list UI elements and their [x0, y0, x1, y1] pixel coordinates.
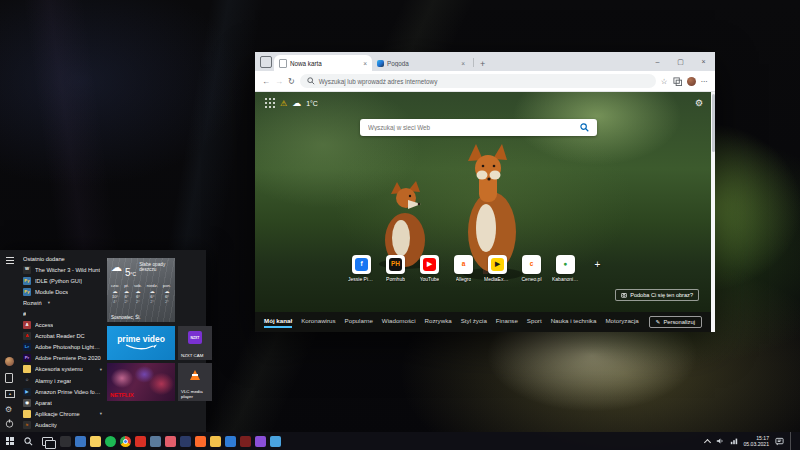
- page-settings-icon[interactable]: ⚙: [695, 98, 703, 108]
- apps-grid-icon[interactable]: [265, 98, 275, 108]
- taskbar-app-app-navy[interactable]: [180, 436, 191, 447]
- feed-tab[interactable]: Finanse: [496, 317, 518, 328]
- quick-link[interactable]: ▶ MediaExpert: [485, 255, 510, 282]
- volume-icon[interactable]: [716, 437, 724, 445]
- tile-vlc[interactable]: VLC media player: [178, 363, 212, 401]
- start-menu-item[interactable]: Py IDLE (Python GUI) ▾: [23, 275, 107, 286]
- tile-label: NZXT CAM: [181, 353, 203, 358]
- tab-close-icon[interactable]: ×: [363, 60, 367, 67]
- tile-weather[interactable]: ☁ 5°C Słabe opady deszczu czw. ☁ 10° 4° …: [107, 258, 175, 322]
- user-avatar-icon[interactable]: [5, 357, 14, 366]
- window-controls: – ▢ ×: [646, 52, 715, 71]
- hamburger-icon[interactable]: [6, 257, 14, 258]
- feed-tab[interactable]: Popularne: [345, 317, 373, 328]
- start-menu-item[interactable]: W The Witcher 3 - Wild Hunt ▾: [23, 264, 107, 275]
- taskbar-app-app-red[interactable]: [135, 436, 146, 447]
- feed-tab[interactable]: Sport: [527, 317, 542, 328]
- close-button[interactable]: ×: [692, 52, 715, 71]
- start-menu-item[interactable]: ◉ Aparat ▾: [23, 397, 107, 408]
- scrollbar[interactable]: [711, 92, 715, 332]
- taskbar-app-chrome[interactable]: [120, 436, 131, 447]
- taskbar-app-app-steel[interactable]: [150, 436, 161, 447]
- start-menu-item[interactable]: ○ Alarmy i zegar ▾: [23, 375, 107, 386]
- quick-link[interactable]: f Jessie Pinkman: [349, 255, 374, 282]
- vertical-tabs-icon[interactable]: [260, 56, 272, 68]
- tile-nzxt-cam[interactable]: NZXT NZXT CAM: [178, 326, 212, 360]
- network-icon[interactable]: [730, 437, 738, 445]
- tile-prime-video[interactable]: prime video: [107, 326, 175, 360]
- more-menu-icon[interactable]: ⋯: [701, 77, 709, 86]
- taskbar-clock[interactable]: 15:17 05.03.2021: [744, 435, 770, 447]
- settings-icon[interactable]: ⚙: [5, 406, 12, 414]
- web-search-box[interactable]: Wyszukaj w sieci Web: [360, 119, 597, 136]
- taskbar-app-app-blue[interactable]: [75, 436, 86, 447]
- feed-tab[interactable]: Styl życia: [461, 317, 487, 328]
- forecast-day: pon. ☁ 6° 2°: [163, 284, 171, 305]
- minimize-button[interactable]: –: [646, 52, 669, 71]
- feed-tab[interactable]: Wiadomości: [382, 317, 416, 328]
- taskbar-app-app-maroon[interactable]: [240, 436, 251, 447]
- back-icon[interactable]: ←: [262, 77, 270, 86]
- tray-expand-icon[interactable]: [703, 438, 710, 445]
- scrollbar-thumb[interactable]: [712, 94, 715, 152]
- start-menu-item[interactable]: Py Module Docs ▾: [23, 286, 107, 297]
- favorites-icon[interactable]: ☆: [661, 77, 668, 86]
- address-bar[interactable]: Wyszukaj lub wprowadź adres internetowy: [300, 74, 656, 88]
- start-menu-item[interactable]: # ▾: [23, 308, 107, 319]
- feed-tab[interactable]: Motoryzacja: [605, 317, 638, 328]
- profile-avatar[interactable]: [687, 77, 696, 86]
- power-icon[interactable]: [5, 419, 14, 428]
- action-center-icon[interactable]: [775, 437, 784, 446]
- tab-pogoda[interactable]: Pogoda ×: [372, 55, 470, 71]
- quick-link[interactable]: ▶ YouTube: [417, 255, 442, 282]
- feed-tab[interactable]: Mój kanał: [264, 317, 292, 328]
- start-menu-item[interactable]: Rozwiń ▾: [23, 297, 107, 308]
- personalize-button[interactable]: ✎ Personalizuj: [649, 316, 702, 328]
- start-menu-item[interactable]: Akcesoria systemu ▾: [23, 364, 107, 375]
- documents-icon[interactable]: [5, 373, 13, 383]
- quick-link[interactable]: a Allegro: [451, 255, 476, 282]
- tab-nowa-karta[interactable]: Nowa karta ×: [274, 55, 372, 71]
- collections-icon[interactable]: [673, 77, 682, 86]
- maximize-button[interactable]: ▢: [669, 52, 692, 71]
- start-menu-item[interactable]: Ostatnio dodane ▾: [23, 253, 107, 264]
- feed-tab[interactable]: Rozrywka: [425, 317, 452, 328]
- tab-close-icon[interactable]: ×: [461, 60, 465, 67]
- taskbar-app-spotify[interactable]: [105, 436, 116, 447]
- start-menu-item[interactable]: Aplikacje Chrome ▾: [23, 408, 107, 419]
- start-button[interactable]: [0, 432, 19, 450]
- start-menu-item[interactable]: Lr Adobe Photoshop Lightroom 3.7.1 64...…: [23, 342, 107, 353]
- quick-link[interactable]: c Ceneo.pl: [519, 255, 544, 282]
- start-menu-item[interactable]: ▶ Amazon Prime Video for Windows ▾: [23, 386, 107, 397]
- search-icon[interactable]: [580, 123, 589, 132]
- taskbar-app-app-azure[interactable]: [270, 436, 281, 447]
- taskbar-app-opera-orange[interactable]: [195, 436, 206, 447]
- start-menu-item[interactable]: ≈ Audacity ▾: [23, 419, 107, 430]
- start-menu-item[interactable]: Pr Adobe Premiere Pro 2020 ▾: [23, 353, 107, 364]
- app-label: Aplikacje Chrome: [35, 411, 80, 417]
- add-site-icon[interactable]: +: [588, 255, 607, 274]
- feed-tab[interactable]: Koronawirus: [301, 317, 335, 328]
- weather-chip[interactable]: ⚠ ☁ 1°C: [265, 98, 318, 108]
- taskbar-app-file-explorer[interactable]: [90, 436, 101, 447]
- feed-tab[interactable]: Nauka i technika: [551, 317, 597, 328]
- start-menu-item[interactable]: A Access ▾: [23, 320, 107, 331]
- task-view-button[interactable]: [38, 432, 57, 450]
- task-view-icon: [42, 437, 53, 446]
- show-desktop-button[interactable]: [790, 432, 795, 450]
- tile-netflix[interactable]: NETFLIX: [107, 363, 175, 401]
- refresh-icon[interactable]: ↻: [288, 77, 295, 86]
- taskbar-app-video-app[interactable]: [210, 436, 221, 447]
- taskbar-app-terminal[interactable]: [60, 436, 71, 447]
- taskbar-app-photos-pink[interactable]: [165, 436, 176, 447]
- quick-link[interactable]: ● Kabanonie.pl: [553, 255, 578, 282]
- image-feedback-link[interactable]: Podoba Ci się ten obraz?: [615, 289, 699, 301]
- start-menu-item[interactable]: A Acrobat Reader DC ▾: [23, 331, 107, 342]
- quick-link[interactable]: PH Pornhub: [383, 255, 408, 282]
- forward-icon[interactable]: →: [275, 77, 283, 86]
- taskbar-app-app-purple[interactable]: [255, 436, 266, 447]
- new-tab-icon[interactable]: +: [477, 59, 488, 69]
- taskbar-search-button[interactable]: [19, 432, 38, 450]
- pictures-icon[interactable]: ▴: [5, 390, 15, 398]
- taskbar-app-movies-blue[interactable]: [225, 436, 236, 447]
